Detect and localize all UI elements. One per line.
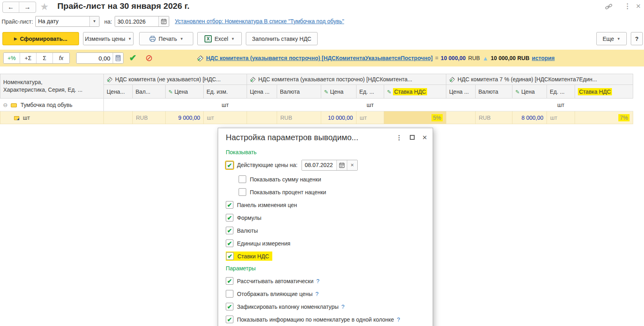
- column-header-nomenclature[interactable]: Номенклатура, Характеристика, Серия, Ед.…: [0, 74, 104, 99]
- checkbox[interactable]: [226, 303, 233, 310]
- back-button[interactable]: ←: [3, 2, 19, 12]
- checkbox[interactable]: [226, 290, 233, 298]
- checkbox[interactable]: [226, 227, 233, 234]
- favorite-star-icon[interactable]: ★: [40, 1, 49, 12]
- checkbox-label[interactable]: Панель изменения цен: [237, 202, 297, 208]
- currency-cell[interactable]: RUB: [277, 111, 321, 124]
- empty-cell[interactable]: [384, 99, 446, 111]
- empty-cell[interactable]: [133, 99, 166, 111]
- clear-date-button[interactable]: ×: [347, 160, 357, 170]
- mode-dropdown-button[interactable]: ▼: [89, 16, 99, 26]
- subheader-currency[interactable]: Валюта: [476, 85, 512, 99]
- formula-button[interactable]: fx: [53, 53, 69, 63]
- checkbox[interactable]: [226, 239, 233, 247]
- price-cell[interactable]: 10 000,00: [321, 111, 356, 124]
- checkbox[interactable]: [226, 252, 234, 260]
- empty-cell[interactable]: [321, 99, 356, 111]
- change-prices-button[interactable]: Изменить цены ▼: [83, 32, 134, 45]
- help-link[interactable]: ?: [397, 316, 400, 323]
- subheader-price-doc[interactable]: Цена...: [104, 85, 133, 99]
- help-link[interactable]: ?: [316, 291, 319, 297]
- currency-cell[interactable]: RUB: [133, 111, 166, 124]
- active-prices-date-input[interactable]: [302, 160, 336, 170]
- close-icon[interactable]: ×: [422, 133, 427, 142]
- subheader-currency[interactable]: Валюта: [277, 85, 321, 99]
- checkbox-label[interactable]: Единицы измерения: [237, 240, 290, 247]
- maximize-icon[interactable]: [410, 135, 415, 140]
- checkbox[interactable]: [226, 201, 233, 209]
- checkbox[interactable]: [239, 175, 246, 183]
- checkbox-label[interactable]: Отображать влияющие цены: [237, 291, 313, 297]
- apply-check-icon[interactable]: ✔: [129, 53, 136, 63]
- checkbox[interactable]: [239, 188, 246, 196]
- unit-cell[interactable]: шт: [547, 111, 575, 124]
- collapse-icon[interactable]: ⊖: [3, 102, 8, 108]
- help-link[interactable]: ?: [341, 304, 344, 310]
- subheader-vat-rate[interactable]: Ставка НДС: [575, 85, 633, 99]
- empty-cell[interactable]: [446, 99, 476, 111]
- subheader-unit[interactable]: Ед. ...: [547, 85, 575, 99]
- subheader-price[interactable]: ✎Цена: [321, 85, 356, 99]
- subheader-unit[interactable]: Ед. изм.: [204, 85, 247, 99]
- vat-rate-cell[interactable]: 5%: [384, 111, 446, 124]
- checkbox-label[interactable]: Показывать процент наценки: [250, 189, 326, 195]
- more-button[interactable]: Еще ▼: [596, 32, 627, 45]
- unit-cell[interactable]: шт: [204, 99, 247, 111]
- subheader-price[interactable]: ✎Цена: [166, 85, 204, 99]
- calculator-button[interactable]: [113, 53, 123, 63]
- formula-value-input[interactable]: [77, 53, 113, 63]
- kebab-menu-icon[interactable]: ⋮: [624, 2, 631, 10]
- history-link[interactable]: история: [532, 55, 555, 61]
- group-header-vat-7[interactable]: НДС комитента 7 % (единая) [НДСКомитента…: [446, 74, 633, 85]
- checkbox[interactable]: [226, 277, 233, 285]
- checkbox-label[interactable]: Валюты: [237, 227, 258, 234]
- price-cell[interactable]: 8 000,00: [512, 111, 547, 124]
- subheader-price[interactable]: ✎Цена: [512, 85, 547, 99]
- subheader-unit[interactable]: Ед. ...: [356, 85, 384, 99]
- empty-cell[interactable]: [104, 99, 133, 111]
- print-button[interactable]: Печать ▼: [139, 32, 193, 45]
- help-link[interactable]: ?: [316, 278, 320, 284]
- add-percent-button[interactable]: +%: [4, 53, 20, 63]
- checkbox-label[interactable]: Показывать информацию по номенклатуре в …: [237, 316, 394, 323]
- nomenclature-group-cell[interactable]: ⊖Тумбочка под обувь: [0, 99, 104, 111]
- selection-filter-link[interactable]: Установлен отбор: Номенклатура В списке …: [175, 18, 344, 24]
- checkbox-active-prices[interactable]: [226, 161, 233, 169]
- help-button[interactable]: ?: [631, 32, 643, 45]
- empty-cell[interactable]: [104, 111, 133, 124]
- empty-cell[interactable]: [247, 99, 277, 111]
- calendar-button[interactable]: [158, 16, 169, 26]
- fill-vat-button[interactable]: Заполнить ставку НДС: [246, 32, 318, 45]
- checkbox-label[interactable]: Показывать сумму наценки: [250, 176, 321, 183]
- generate-button[interactable]: ▶ Сформировать...: [2, 32, 79, 45]
- checkbox-label[interactable]: Рассчитывать автоматически: [237, 278, 314, 284]
- checkbox-label[interactable]: Зафиксировать колонку номенклатуры: [237, 304, 338, 310]
- checkbox[interactable]: [226, 316, 233, 323]
- empty-cell[interactable]: [446, 111, 476, 124]
- subheader-price-doc[interactable]: Цена ...: [247, 85, 277, 99]
- empty-cell[interactable]: [166, 99, 204, 111]
- group-header-vat-not-specified[interactable]: НДС комитента (не указывается) [НДС...: [104, 74, 247, 85]
- unit-cell[interactable]: шт: [356, 111, 384, 124]
- add-sum-button[interactable]: +Σ: [20, 53, 36, 63]
- empty-cell[interactable]: [277, 99, 321, 111]
- excel-button[interactable]: X Excel ▼: [197, 32, 242, 45]
- forward-button[interactable]: →: [19, 2, 36, 12]
- unit-cell[interactable]: шт: [204, 111, 247, 124]
- subheader-currency[interactable]: Вал...: [133, 85, 166, 99]
- unit-cell[interactable]: шт: [356, 99, 384, 111]
- date-input[interactable]: [115, 16, 158, 26]
- checkbox-label[interactable]: Формулы: [237, 215, 261, 221]
- group-header-vat-per-line[interactable]: НДС комитента (указывается построчно) [Н…: [247, 74, 446, 85]
- empty-cell[interactable]: [476, 99, 512, 111]
- close-icon[interactable]: ×: [636, 2, 641, 11]
- pricelist-mode-select[interactable]: На дату ▼: [35, 16, 99, 27]
- checkbox[interactable]: [226, 214, 233, 221]
- subheader-price-doc[interactable]: Цена ...: [446, 85, 476, 99]
- checkbox-label[interactable]: Действующие цены на:: [237, 162, 298, 168]
- kebab-menu-icon[interactable]: ⋮: [396, 134, 402, 141]
- cancel-icon[interactable]: ⊘: [145, 53, 152, 63]
- vat-rate-cell[interactable]: 7%: [575, 111, 633, 124]
- calendar-button[interactable]: [336, 160, 347, 170]
- link-icon[interactable]: [605, 3, 613, 11]
